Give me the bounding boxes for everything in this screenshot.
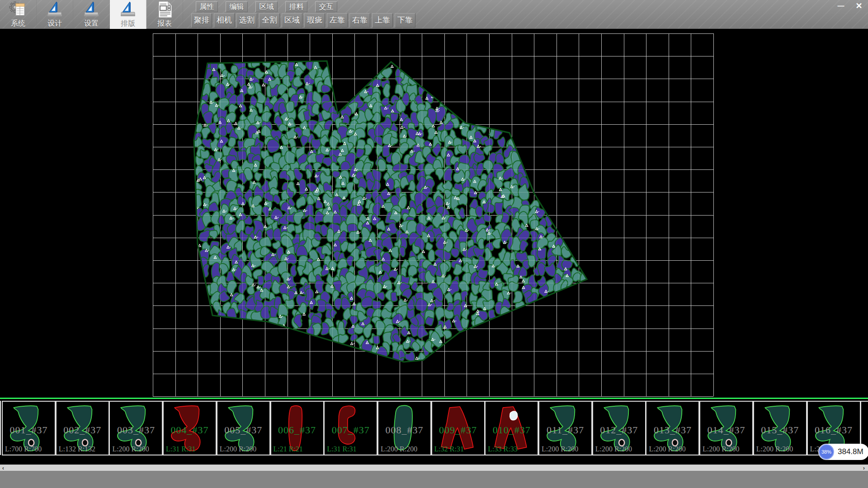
piece-counts: L:200 R:200 bbox=[381, 445, 417, 453]
module-label: 系统 bbox=[11, 19, 25, 28]
piece-name: 016_#37 bbox=[808, 424, 860, 436]
piece-counts: L:33 R:33 bbox=[488, 445, 517, 453]
memory-usage-label: 384.8M bbox=[838, 447, 863, 456]
piece-name: 005_#37 bbox=[217, 424, 269, 436]
nesting-ruler-icon bbox=[119, 0, 137, 19]
settings-ruler-icon bbox=[82, 0, 100, 19]
module-button-3[interactable]: 排版 bbox=[110, 0, 146, 29]
piece-thumbnail-9[interactable]: 009_#37L:32 R:31 bbox=[431, 401, 485, 455]
tool-button-4[interactable]: 区域 bbox=[282, 13, 302, 28]
tool-button-1[interactable]: 相机 bbox=[214, 13, 235, 28]
menu-tab-4[interactable]: 交互 bbox=[315, 1, 337, 12]
piece-counts: L:200 R:200 bbox=[703, 445, 739, 453]
application-window: 系统设计设置排版报表 属性编辑区域排料交互 聚排相机选割全割区域瑕疵左靠右靠上靠… bbox=[0, 0, 868, 488]
minimize-button[interactable]: — bbox=[834, 1, 848, 11]
piece-thumbnail-15[interactable]: 015_#37L:200 R:200 bbox=[753, 401, 807, 455]
piece-thumbnail-5[interactable]: 005_#37L:200 R:200 bbox=[217, 401, 270, 455]
piece-name: 011_#37 bbox=[539, 424, 591, 436]
piece-counts: L:200 R:200 bbox=[756, 445, 793, 453]
close-button[interactable]: ✕ bbox=[852, 1, 866, 11]
piece-name: 001_#37 bbox=[3, 424, 55, 436]
piece-thumbnail-3[interactable]: 003_#37L:200 R:200 bbox=[109, 401, 163, 455]
progress-badge[interactable]: 38% 384.8M bbox=[818, 444, 868, 460]
menu-tab-2[interactable]: 区域 bbox=[255, 1, 278, 12]
module-label: 设置 bbox=[84, 19, 99, 28]
piece-thumbnail-12[interactable]: 012_#37L:200 R:200 bbox=[592, 401, 646, 455]
piece-name: 010_#37 bbox=[486, 424, 538, 436]
menu-tab-3[interactable]: 排料 bbox=[285, 1, 307, 12]
module-label: 报表 bbox=[157, 19, 172, 28]
piece-name: 003_#37 bbox=[110, 424, 162, 436]
menu-tab-bar: 属性编辑区域排料交互 bbox=[196, 1, 337, 12]
piece-thumbnail-14[interactable]: 014_#37L:200 R:200 bbox=[699, 401, 753, 455]
piece-name: 007_#37 bbox=[325, 424, 377, 436]
piece-thumbnail-13[interactable]: 013_#37L:200 R:200 bbox=[646, 401, 699, 455]
piece-counts: L:32 R:31 bbox=[434, 445, 464, 453]
module-button-0[interactable]: 系统 bbox=[0, 0, 37, 29]
piece-counts: L:200 R:200 bbox=[220, 445, 256, 453]
piece-name: 006_#37 bbox=[271, 424, 323, 436]
piece-counts: L:200 R:200 bbox=[542, 445, 578, 453]
piece-counts: L:200 R:200 bbox=[649, 445, 685, 453]
module-button-1[interactable]: 设计 bbox=[37, 0, 73, 29]
tool-button-3[interactable]: 全割 bbox=[259, 13, 280, 28]
system-gear-icon bbox=[9, 0, 27, 19]
toolbar: 系统设计设置排版报表 属性编辑区域排料交互 聚排相机选割全割区域瑕疵左靠右靠上靠… bbox=[0, 0, 868, 29]
piece-name: 004_#37 bbox=[164, 424, 216, 436]
scroll-right-arrow-icon[interactable]: › bbox=[861, 465, 867, 471]
piece-name: 013_#37 bbox=[646, 424, 698, 436]
nesting-canvas[interactable] bbox=[0, 29, 868, 398]
status-bar bbox=[0, 471, 868, 488]
piece-counts: L:700 R:700 bbox=[5, 445, 42, 453]
tool-button-6[interactable]: 左靠 bbox=[327, 13, 348, 28]
piece-name: 014_#37 bbox=[700, 424, 752, 436]
piece-name: 015_#37 bbox=[754, 424, 806, 436]
module-button-2[interactable]: 设置 bbox=[73, 0, 110, 29]
module-bar: 系统设计设置排版报表 bbox=[0, 0, 183, 29]
tool-button-2[interactable]: 选割 bbox=[236, 13, 257, 28]
scroll-left-arrow-icon[interactable]: ‹ bbox=[0, 465, 6, 471]
window-controls: — ✕ bbox=[834, 1, 866, 11]
report-doc-icon bbox=[156, 0, 174, 19]
module-label: 设计 bbox=[47, 19, 62, 28]
piece-thumbnail-7[interactable]: 007_#37L:31 R:31 bbox=[324, 401, 377, 455]
module-button-4[interactable]: 报表 bbox=[146, 0, 183, 29]
piece-counts: L:31 R:31 bbox=[166, 445, 195, 453]
piece-name: 008_#37 bbox=[378, 424, 430, 436]
tool-button-row: 聚排相机选割全割区域瑕疵左靠右靠上靠下靠 bbox=[191, 13, 415, 28]
pieces-strip: 001_#37L:700 R:700002_#37L:132 R:132003_… bbox=[0, 398, 868, 465]
piece-counts: L:200 R:200 bbox=[112, 445, 149, 453]
piece-thumbnail-11[interactable]: 011_#37L:200 R:200 bbox=[538, 401, 592, 455]
module-label: 排版 bbox=[121, 19, 135, 28]
piece-thumbnail-8[interactable]: 008_#37L:200 R:200 bbox=[377, 401, 431, 455]
piece-thumbnail-2[interactable]: 002_#37L:132 R:132 bbox=[56, 401, 109, 455]
menu-tab-0[interactable]: 属性 bbox=[196, 1, 218, 12]
piece-thumbnail-10[interactable]: 010_#37L:33 R:33 bbox=[485, 401, 538, 455]
piece-name: 009_#37 bbox=[432, 424, 484, 436]
piece-counts: L:21 R:21 bbox=[274, 445, 303, 453]
tool-button-9[interactable]: 下靠 bbox=[395, 13, 415, 28]
tool-button-8[interactable]: 上靠 bbox=[372, 13, 393, 28]
piece-thumbnail-6[interactable]: 006_#37L:21 R:21 bbox=[270, 401, 324, 455]
piece-counts: L:200 R:200 bbox=[595, 445, 632, 453]
tool-button-0[interactable]: 聚排 bbox=[191, 13, 212, 28]
piece-thumbnail-4[interactable]: 004_#37L:31 R:31 bbox=[163, 401, 217, 455]
progress-percent-circle: 38% bbox=[819, 444, 834, 460]
horizontal-scrollbar[interactable]: ‹ › bbox=[0, 465, 868, 471]
piece-counts: L:132 R:132 bbox=[59, 445, 95, 453]
menu-tab-1[interactable]: 编辑 bbox=[226, 1, 248, 12]
strip-left-edge bbox=[0, 401, 1, 455]
piece-thumbnail-1[interactable]: 001_#37L:700 R:700 bbox=[2, 401, 56, 455]
tool-button-5[interactable]: 瑕疵 bbox=[304, 13, 325, 28]
piece-counts: L:31 R:31 bbox=[327, 445, 356, 453]
piece-name: 012_#37 bbox=[593, 424, 645, 436]
piece-name: 002_#37 bbox=[57, 424, 108, 436]
tool-button-7[interactable]: 右靠 bbox=[349, 13, 370, 28]
design-ruler-icon bbox=[46, 0, 64, 19]
